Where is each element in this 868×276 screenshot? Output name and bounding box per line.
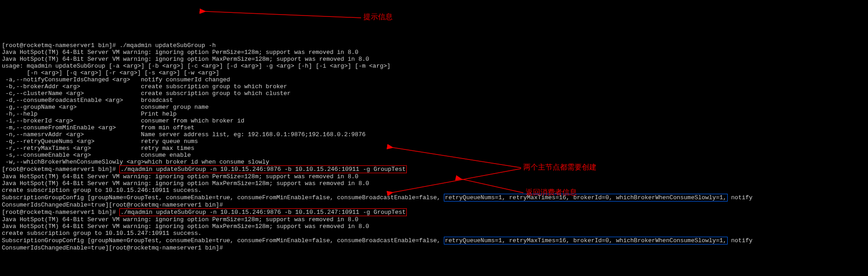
prompt: [root@rocketmq-nameserver1 bin]# — [2, 209, 119, 216]
opt-line: -q,--retryQueueNums <arg> retry queue nu… — [2, 138, 198, 145]
warn-line: Java HotSpot(TM) 64-Bit Server VM warnin… — [2, 56, 369, 63]
opt-line: -d,--consumeBroadcastEnable <arg> broadc… — [2, 97, 173, 104]
subconfig-line2: ConsumerIdsChangedEnable=true][root@rock… — [2, 202, 223, 208]
success-line: create subscription group to 10.10.15.24… — [2, 230, 202, 237]
terminal-output: [root@rocketmq-nameserver1 bin]# ./mqadm… — [0, 34, 868, 252]
opt-line: -c,--clusterName <arg> create subscripti… — [2, 90, 291, 97]
subconfig-line2: ConsumerIdsChangedEnable=true][root@rock… — [2, 244, 223, 251]
prompt: [root@rocketmq-nameserver1 bin]# — [2, 166, 119, 173]
prompt: [root@rocketmq-nameserver1 bin]# — [2, 42, 119, 49]
subconfig-line: SubscriptionGroupConfig [groupName=Group… — [2, 237, 752, 244]
retry-info-box: retryQueueNums=1, retryMaxTimes=16, brok… — [444, 194, 727, 202]
retry-info-box: retryQueueNums=1, retryMaxTimes=16, brok… — [444, 237, 727, 244]
opt-line: -g,--groupName <arg> consumer group name — [2, 104, 208, 111]
svg-line-0 — [206, 11, 361, 18]
opt-line: -n,--namesrvAddr <arg> Name server addre… — [2, 131, 366, 138]
opt-line: -b,--brokerAddr <arg> create subscriptio… — [2, 83, 287, 90]
usage-line: usage: mqadmin updateSubGroup [-a <arg>]… — [2, 63, 390, 69]
opt-line: -a,--notifyConsumerIdsChanged <arg> noti… — [2, 76, 230, 83]
annot-arrow-1 — [201, 9, 366, 22]
opt-line: -i,--brokerId <arg> consumer from which … — [2, 117, 245, 124]
subconfig-line: SubscriptionGroupConfig [groupName=Group… — [2, 194, 752, 201]
command-help: ./mqadmin updateSubGroup -h — [119, 42, 216, 49]
command-create-247: ./mqadmin updateSubGroup -n 10.10.15.246… — [119, 208, 406, 216]
warn-line: Java HotSpot(TM) 64-Bit Server VM warnin… — [2, 173, 358, 180]
warn-line: Java HotSpot(TM) 64-Bit Server VM warnin… — [2, 49, 358, 56]
usage-line: [-n <arg>] [-q <arg>] [-r <arg>] [-s <ar… — [2, 69, 219, 76]
opt-line: -w,--whichBrokerWhenConsumeSlowly <arg>w… — [2, 159, 269, 165]
opt-line: -r,--retryMaxTimes <arg> retry max times — [2, 145, 194, 152]
success-line: create subscription group to 10.10.15.24… — [2, 187, 202, 194]
annot-hint-info: 提示信息 — [363, 13, 393, 20]
warn-line: Java HotSpot(TM) 64-Bit Server VM warnin… — [2, 216, 358, 223]
warn-line: Java HotSpot(TM) 64-Bit Server VM warnin… — [2, 180, 369, 187]
opt-line: -m,--consumeFromMinEnable <arg> from min… — [2, 124, 194, 131]
warn-line: Java HotSpot(TM) 64-Bit Server VM warnin… — [2, 223, 369, 230]
opt-line: -s,--consumeEnable <arg> consume enable — [2, 152, 191, 159]
command-create-246: ./mqadmin updateSubGroup -n 10.10.15.246… — [119, 165, 406, 173]
opt-line: -h,--help Print help — [2, 111, 176, 117]
